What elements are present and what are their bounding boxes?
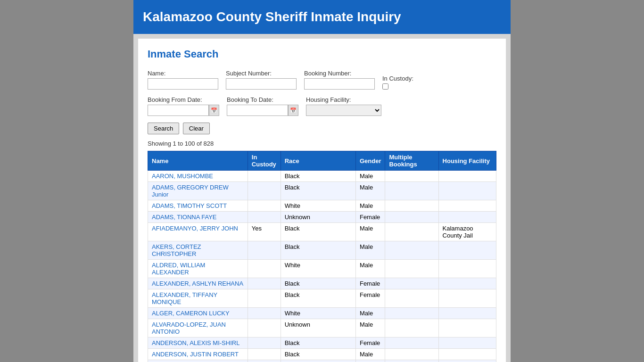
cell-gender: Male [355, 171, 385, 182]
custody-checkbox[interactable] [382, 83, 388, 90]
table-row: AKERS, CORTEZ CHRISTOPHERBlackMale [148, 241, 496, 260]
clear-button[interactable]: Clear [183, 123, 210, 134]
cell-custody [248, 260, 281, 278]
inmate-name-link[interactable]: ANDERSON, JUSTIN ROBERT [152, 351, 239, 358]
table-row: ALEXANDER, TIFFANY MONIQUEBlackFemale [148, 289, 496, 308]
cell-race: Unknown [281, 212, 355, 223]
housing-field-group: Housing Facility: Kalamazoo County Jail [306, 96, 381, 116]
cell-custody [248, 171, 281, 182]
booking-label: Booking Number: [304, 70, 375, 77]
housing-select[interactable]: Kalamazoo County Jail [306, 105, 381, 116]
inmate-name-link[interactable]: ADAMS, TIMOTHY SCOTT [152, 202, 227, 209]
inmate-name-link[interactable]: ALDRED, WILLIAM ALEXANDER [152, 262, 205, 276]
booking-from-input[interactable] [148, 105, 209, 116]
col-name-header: Name [148, 151, 248, 171]
table-body: AARON, MUSHOMBEBlackMaleADAMS, GREGORY D… [148, 171, 496, 362]
inmate-name-link[interactable]: ADAMS, TIONNA FAYE [152, 214, 217, 221]
cell-name: ADAMS, GREGORY DREW Junior [148, 182, 248, 200]
table-row: ADAMS, TIMOTHY SCOTTWhiteMale [148, 200, 496, 212]
cell-housing: Kalamazoo County Jail [438, 223, 496, 241]
inmate-name-link[interactable]: ALGER, CAMERON LUCKY [152, 310, 230, 317]
cell-housing [438, 171, 496, 182]
inmate-name-link[interactable]: AKERS, CORTEZ CHRISTOPHER [152, 243, 201, 257]
cell-race: Unknown [281, 319, 355, 337]
booking-input[interactable] [304, 78, 375, 90]
cell-custody: Yes [248, 223, 281, 241]
cell-housing [438, 200, 496, 212]
cell-name: ANDERSON, JUSTIN ROBERT [148, 349, 248, 360]
cell-custody [248, 278, 281, 289]
cell-name: AFIADEMANYO, JERRY JOHN [148, 223, 248, 241]
table-row: AFIADEMANYO, JERRY JOHNYesBlackMaleKalam… [148, 223, 496, 241]
cell-multiple [385, 278, 438, 289]
cell-name: ALEXANDER, TIFFANY MONIQUE [148, 289, 248, 308]
inmate-name-link[interactable]: AARON, MUSHOMBE [152, 173, 213, 180]
col-race-header: Race [281, 151, 355, 171]
cell-custody [248, 182, 281, 200]
subject-field-group: Subject Number: [226, 70, 297, 90]
custody-field-group: In Custody: [382, 75, 413, 90]
cell-name: ALDRED, WILLIAM ALEXANDER [148, 260, 248, 278]
inmate-name-link[interactable]: ADAMS, GREGORY DREW Junior [152, 184, 229, 198]
col-custody-header: In Custody [248, 151, 281, 171]
cell-race: Black [281, 289, 355, 308]
booking-to-input[interactable] [227, 105, 288, 116]
table-row: ANDERSON, KHALIL SAVON DWAYNEBlackMale [148, 360, 496, 362]
search-form: Name: Subject Number: Booking Number: In… [148, 70, 496, 134]
table-row: ALEXANDER, ASHLYN REHANABlackFemale [148, 278, 496, 289]
cell-gender: Male [355, 223, 385, 241]
cell-housing [438, 278, 496, 289]
cell-housing [438, 308, 496, 319]
cell-multiple [385, 260, 438, 278]
booking-to-group: Booking To Date: 📅 [227, 96, 298, 116]
booking-field-group: Booking Number: [304, 70, 375, 90]
cell-housing [438, 360, 496, 362]
cell-race: Black [281, 223, 355, 241]
cell-custody [248, 349, 281, 360]
cell-custody [248, 360, 281, 362]
table-row: ANDERSON, JUSTIN ROBERTBlackMale [148, 349, 496, 360]
cell-race: Black [281, 360, 355, 362]
cell-gender: Male [355, 349, 385, 360]
inmate-name-link[interactable]: ALEXANDER, ASHLYN REHANA [152, 280, 243, 287]
table-header: Name In Custody Race Gender Multiple Boo… [148, 151, 496, 171]
cell-housing [438, 260, 496, 278]
cell-multiple [385, 360, 438, 362]
booking-from-calendar-btn[interactable]: 📅 [209, 105, 219, 116]
cell-name: AKERS, CORTEZ CHRISTOPHER [148, 241, 248, 260]
col-multiple-header: Multiple Bookings [385, 151, 438, 171]
header: Kalamazoo County Sheriff Inmate Inquiry [133, 0, 511, 34]
booking-from-label: Booking From Date: [148, 96, 219, 103]
inmate-name-link[interactable]: ANDERSON, ALEXIS MI-SHIRL [152, 339, 239, 346]
search-button[interactable]: Search [148, 123, 179, 134]
cell-name: ADAMS, TIONNA FAYE [148, 212, 248, 223]
cell-race: Black [281, 337, 355, 349]
cell-race: Black [281, 182, 355, 200]
site-title: Kalamazoo County Sheriff Inmate Inquiry [143, 9, 501, 25]
cell-name: ADAMS, TIMOTHY SCOTT [148, 200, 248, 212]
main-content: Inmate Search Name: Subject Number: Book… [138, 39, 506, 362]
subject-label: Subject Number: [226, 70, 297, 77]
cell-gender: Female [355, 212, 385, 223]
booking-to-label: Booking To Date: [227, 96, 298, 103]
cell-name: ANDERSON, ALEXIS MI-SHIRL [148, 337, 248, 349]
name-input[interactable] [148, 78, 218, 90]
inmate-name-link[interactable]: ALEXANDER, TIFFANY MONIQUE [152, 291, 217, 305]
cell-housing [438, 182, 496, 200]
cell-multiple [385, 289, 438, 308]
cell-multiple [385, 241, 438, 260]
table-row: ALVARADO-LOPEZ, JUAN ANTONIOUnknownMale [148, 319, 496, 337]
cell-multiple [385, 223, 438, 241]
inmate-name-link[interactable]: AFIADEMANYO, JERRY JOHN [152, 225, 238, 232]
cell-multiple [385, 171, 438, 182]
booking-to-calendar-btn[interactable]: 📅 [288, 105, 298, 116]
subject-input[interactable] [226, 78, 297, 90]
cell-name: ALEXANDER, ASHLYN REHANA [148, 278, 248, 289]
cell-housing [438, 319, 496, 337]
name-field-group: Name: [148, 70, 218, 90]
cell-gender: Male [355, 360, 385, 362]
cell-gender: Female [355, 278, 385, 289]
cell-multiple [385, 308, 438, 319]
table-header-row: Name In Custody Race Gender Multiple Boo… [148, 151, 496, 171]
inmate-name-link[interactable]: ALVARADO-LOPEZ, JUAN ANTONIO [152, 321, 226, 335]
